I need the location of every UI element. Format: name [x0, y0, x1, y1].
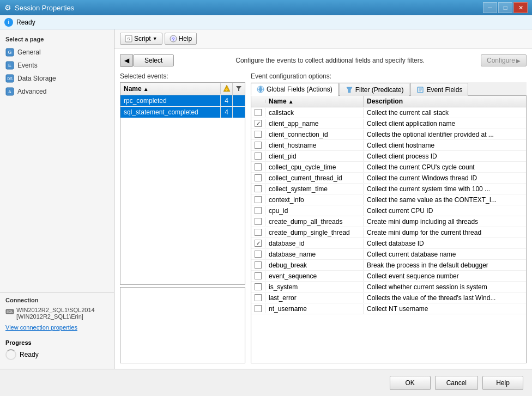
checkbox[interactable] — [255, 185, 262, 192]
checkbox[interactable] — [255, 261, 262, 269]
fields-row-name: event_sequence — [265, 271, 364, 281]
fields-row-checkbox[interactable] — [251, 151, 265, 161]
fields-row-checkbox[interactable] — [251, 217, 265, 226]
fields-row-name: create_dump_single_thread — [265, 228, 364, 237]
fields-row-name: collect_current_thread_id — [265, 173, 364, 183]
fields-row[interactable]: collect_system_time Collect the current … — [251, 184, 526, 194]
checkbox[interactable] — [255, 142, 262, 149]
fields-row[interactable]: client_app_name Collect client applicati… — [251, 118, 526, 129]
maximize-button[interactable]: □ — [498, 2, 512, 13]
fields-row-checkbox[interactable] — [251, 195, 265, 204]
events-row[interactable]: rpc_completed 4 — [120, 95, 245, 107]
select-button[interactable]: Select — [133, 54, 174, 66]
fields-row[interactable]: debug_break Break the process in the def… — [251, 260, 526, 271]
fields-row-checkbox[interactable] — [251, 206, 265, 215]
checkbox[interactable] — [255, 218, 262, 225]
checkbox[interactable] — [255, 283, 262, 290]
fields-body[interactable]: callstack Collect the current call stack… — [251, 107, 526, 363]
fields-row-checkbox[interactable] — [251, 271, 265, 281]
checkbox[interactable] — [255, 272, 262, 279]
fields-row-checkbox[interactable] — [251, 260, 265, 270]
checkbox[interactable] — [255, 196, 262, 203]
fields-row-checkbox[interactable] — [251, 119, 265, 128]
events-bottom-scroll[interactable] — [120, 288, 245, 363]
events-row[interactable]: sql_statement_completed 4 — [120, 107, 245, 118]
fields-row-name: callstack — [265, 108, 364, 118]
sidebar-item-general[interactable]: G General — [0, 46, 114, 59]
fields-row-desc: Collect event sequence number — [364, 271, 526, 281]
tab-global-fields[interactable]: Global Fields (Actions) — [251, 83, 338, 96]
fields-row-checkbox[interactable] — [251, 239, 265, 248]
back-button[interactable]: ◀ — [120, 54, 133, 67]
fields-row[interactable]: collect_current_thread_id Collect the cu… — [251, 173, 526, 184]
fields-row-checkbox[interactable] — [251, 228, 265, 237]
fields-row[interactable]: client_connection_id Collects the option… — [251, 129, 526, 140]
fields-row[interactable]: collect_cpu_cycle_time Collect the curre… — [251, 162, 526, 173]
checkbox[interactable] — [255, 131, 262, 138]
fields-row-checkbox[interactable] — [251, 130, 265, 139]
fields-row-checkbox[interactable] — [251, 173, 265, 182]
sidebar-item-advanced[interactable]: A Advanced — [0, 85, 114, 98]
title-bar: ⚙ Session Properties ─ □ ✕ — [0, 0, 532, 15]
tab-filter[interactable]: Filter (Predicate) — [340, 83, 410, 96]
fields-row[interactable]: cpu_id Collect current CPU ID — [251, 205, 526, 216]
fields-row[interactable]: last_error Collects the value of the thr… — [251, 293, 526, 303]
checkbox[interactable] — [255, 109, 262, 116]
checkbox[interactable] — [255, 251, 262, 258]
checkbox[interactable] — [255, 174, 262, 181]
sidebar-item-datastorage[interactable]: DS Data Storage — [0, 72, 114, 85]
fields-row-checkbox[interactable] — [251, 184, 265, 193]
cancel-button[interactable]: Cancel — [435, 376, 478, 390]
fields-row-checkbox[interactable] — [251, 108, 265, 117]
ok-button[interactable]: OK — [390, 376, 431, 390]
fields-row-checkbox[interactable] — [251, 304, 265, 313]
fields-row[interactable]: create_dump_all_threads Create mini dump… — [251, 216, 526, 227]
fields-row[interactable]: is_system Collect whether current sessio… — [251, 282, 526, 293]
tab-event-fields[interactable]: Event Fields — [410, 83, 468, 96]
configure-button[interactable]: Configure ▶ — [481, 54, 527, 66]
connection-info: SQL WIN2012R2_SQL1\SQL2014 [WIN2012R2_SQ… — [5, 307, 108, 320]
sidebar-item-events[interactable]: E Events — [0, 59, 114, 72]
fields-row-name: is_system — [265, 282, 364, 292]
fields-row-checkbox[interactable] — [251, 141, 265, 150]
fields-row-checkbox[interactable] — [251, 249, 265, 259]
progress-title: Progress — [5, 339, 108, 346]
fields-row[interactable]: nt_username Collect NT username — [251, 303, 526, 314]
fields-row[interactable]: context_info Collect the same value as t… — [251, 194, 526, 205]
checkbox[interactable] — [255, 120, 262, 127]
events-col-filter-header — [233, 83, 245, 95]
minimize-button[interactable]: ─ — [483, 2, 497, 13]
script-button[interactable]: S Script ▼ — [120, 33, 162, 45]
fields-row-checkbox[interactable] — [251, 293, 265, 302]
events-icon: E — [5, 61, 14, 70]
view-connection-link[interactable]: View connection properties — [5, 324, 108, 331]
fields-row[interactable]: event_sequence Collect event sequence nu… — [251, 271, 526, 282]
checkbox[interactable] — [255, 229, 262, 236]
fields-row-checkbox[interactable] — [251, 162, 265, 172]
fields-row-checkbox[interactable] — [251, 282, 265, 291]
fields-row[interactable]: create_dump_single_thread Create mini du… — [251, 227, 526, 238]
help-bottom-button[interactable]: Help — [482, 376, 523, 390]
fields-row[interactable]: callstack Collect the current call stack — [251, 107, 526, 118]
fields-row[interactable]: database_name Collect current database n… — [251, 249, 526, 260]
checkbox[interactable] — [255, 153, 262, 160]
close-button[interactable]: ✕ — [513, 2, 528, 13]
checkbox[interactable] — [255, 207, 262, 214]
fields-row-desc: Collect whether current session is syste… — [364, 282, 526, 292]
fields-row-desc: Collect the same value as the CONTEXT_I.… — [364, 195, 526, 205]
fields-row[interactable]: database_id Collect database ID — [251, 238, 526, 249]
connection-section: Connection SQL WIN2012R2_SQL1\SQL2014 [W… — [0, 292, 114, 335]
page-top: ◀ Select Configure the events to collect… — [120, 54, 527, 67]
connection-server: WIN2012R2_SQL1\SQL2014 — [16, 307, 95, 313]
fields-row-name: collect_cpu_cycle_time — [265, 162, 364, 172]
fields-desc-col-header: Description — [364, 96, 526, 107]
fields-row[interactable]: client_hostname Collect client hostname — [251, 140, 526, 151]
checkbox[interactable] — [255, 240, 262, 247]
svg-text:G: G — [8, 50, 11, 55]
datastorage-icon: DS — [5, 74, 14, 83]
fields-row[interactable]: client_pid Collect client process ID — [251, 151, 526, 162]
checkbox[interactable] — [255, 305, 262, 312]
checkbox[interactable] — [255, 294, 262, 301]
help-button[interactable]: ? Help — [165, 33, 197, 45]
checkbox[interactable] — [255, 163, 262, 170]
